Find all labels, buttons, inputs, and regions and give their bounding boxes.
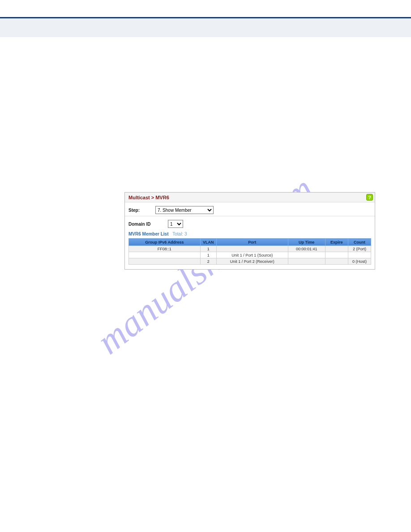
panel-body: Step: 7. Show Member Domain ID 1 MVR6 Me… [125,202,375,269]
table-header-row: Group IPv6 Address VLAN Port Up Time Exp… [129,239,371,246]
member-list-total: Total: 3 [172,232,187,236]
table-row: 2 Unit 1 / Port 2 (Receiver) 0 (Host) [129,258,371,265]
cell-expire [325,252,348,258]
step-label: Step: [128,208,155,213]
panel-header: Multicast > MVR6 ? [125,193,375,202]
cell-uptime: 00:00:01:41 [288,246,325,252]
col-header-address: Group IPv6 Address [129,239,201,246]
member-list-title: MVR6 Member List Total: 3 [128,232,371,236]
domain-id-select[interactable]: 1 [168,220,183,228]
col-header-expire: Expire [325,239,348,246]
cell-count [348,252,371,258]
cell-expire [325,258,348,265]
page-header-band [0,18,411,37]
cell-port [216,246,288,252]
member-table: Group IPv6 Address VLAN Port Up Time Exp… [128,238,371,265]
cell-address [129,252,201,258]
cell-count: 2 (Port) [348,246,371,252]
breadcrumb: Multicast > MVR6 [128,195,169,200]
cell-uptime [288,258,325,265]
col-header-port: Port [216,239,288,246]
cell-vlan: 1 [200,246,216,252]
help-icon[interactable]: ? [366,194,373,201]
cell-address: FF08::1 [129,246,201,252]
step-row: Step: 7. Show Member [128,205,371,215]
table-row: 1 Unit 1 / Port 1 (Source) [129,252,371,258]
cell-vlan: 1 [200,252,216,258]
cell-uptime [288,252,325,258]
step-select[interactable]: 7. Show Member [155,206,214,214]
col-header-vlan: VLAN [200,239,216,246]
divider [125,216,375,216]
cell-port: Unit 1 / Port 1 (Source) [216,252,288,258]
col-header-uptime: Up Time [288,239,325,246]
col-header-count: Count [348,239,371,246]
domain-row: Domain ID 1 [128,219,371,229]
cell-expire [325,246,348,252]
cell-port: Unit 1 / Port 2 (Receiver) [216,258,288,265]
mvr6-panel: Multicast > MVR6 ? Step: 7. Show Member … [124,192,375,270]
domain-id-label: Domain ID [128,222,168,227]
cell-vlan: 2 [200,258,216,265]
cell-address [129,258,201,265]
member-list-title-text: MVR6 Member List [128,232,168,236]
table-row: FF08::1 1 00:00:01:41 2 (Port) [129,246,371,252]
cell-count: 0 (Host) [348,258,371,265]
